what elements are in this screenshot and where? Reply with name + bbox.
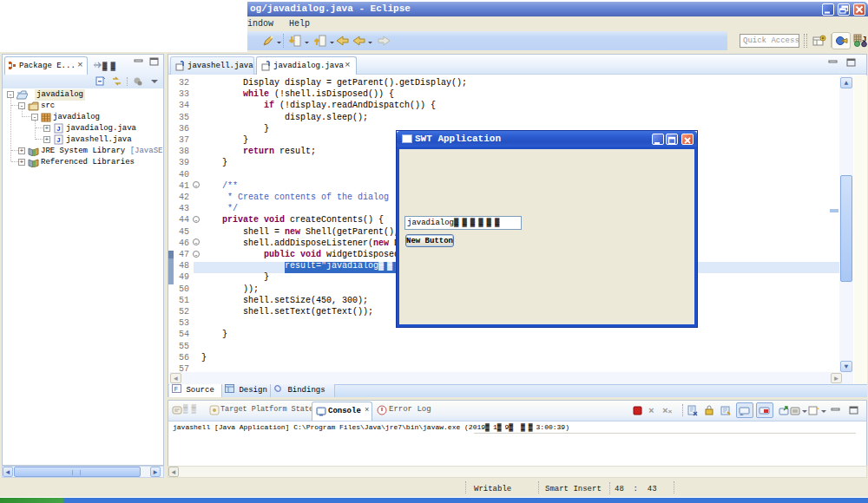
svg-text:J: J <box>56 136 61 144</box>
svg-text:J: J <box>56 125 61 133</box>
svg-text:J: J <box>862 36 866 44</box>
svg-text:F: F <box>174 385 179 393</box>
